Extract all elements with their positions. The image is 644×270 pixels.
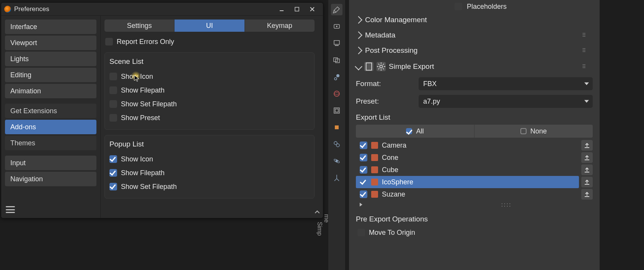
popup-show-filepath-row: Show Filepath — [109, 166, 310, 180]
prop-tab-object[interactable] — [331, 122, 342, 133]
format-row: Format: FBX — [356, 75, 593, 93]
export-item-name: IcoSphere — [382, 178, 579, 186]
prop-tab-render[interactable] — [331, 21, 342, 32]
scene-list-panel: Scene List Show Icon Show Filepath Show … — [104, 52, 315, 130]
export-item-upload-button[interactable] — [581, 164, 593, 175]
chevron-right-icon — [355, 31, 362, 39]
move-to-origin-checkbox[interactable] — [357, 229, 365, 236]
hamburger-menu-button[interactable] — [5, 205, 16, 214]
popup-list-title: Popup List — [109, 140, 310, 148]
chevron-right-icon — [355, 16, 362, 24]
prop-tab-collection[interactable] — [331, 105, 342, 116]
export-item-checkbox[interactable] — [360, 190, 367, 198]
sidebar-item-animation[interactable]: Animation — [5, 84, 96, 98]
minimize-button[interactable] — [274, 4, 289, 14]
placeholders-checkbox[interactable] — [455, 3, 462, 10]
addon-subtabs: Settings UI Keymap — [104, 20, 315, 32]
tab-settings[interactable]: Settings — [104, 20, 174, 32]
export-item-name: Camera — [382, 142, 579, 150]
sidebar-item-input[interactable]: Input — [5, 156, 96, 170]
export-item-upload-button[interactable] — [581, 152, 593, 163]
checked-icon — [406, 128, 412, 134]
export-list: Camera Cone Cube IcoSphere — [356, 139, 593, 209]
sidebar-item-viewport[interactable]: Viewport — [5, 36, 96, 50]
export-item-checkbox[interactable] — [360, 142, 367, 149]
export-item-upload-button[interactable] — [581, 189, 593, 200]
sidebar-item-editing[interactable]: Editing — [5, 68, 96, 82]
scene-show-icon-checkbox[interactable] — [109, 73, 117, 80]
scene-show-preset-row: Show Preset — [109, 111, 310, 125]
grip-icon[interactable]: ⠿ — [582, 63, 593, 70]
maximize-button[interactable] — [289, 4, 305, 14]
svg-point-17 — [336, 144, 339, 147]
unchecked-icon — [520, 128, 527, 134]
prop-tab-tool[interactable] — [331, 4, 342, 15]
prop-tab-output[interactable] — [331, 37, 342, 49]
grip-icon[interactable]: ⠿ — [582, 32, 593, 38]
expand-icon[interactable] — [360, 203, 362, 207]
blender-icon — [4, 6, 11, 13]
sidebar-item-navigation[interactable]: Navigation — [5, 172, 96, 186]
resize-grip-icon[interactable]: :::: — [501, 202, 512, 208]
export-item-name: Suzane — [382, 190, 579, 198]
sidebar-item-interface[interactable]: Interface — [5, 20, 96, 34]
scene-show-icon-row: Show Icon — [109, 70, 310, 83]
prop-tab-world[interactable] — [331, 88, 342, 99]
scene-list-title: Scene List — [109, 57, 310, 66]
close-button[interactable] — [305, 4, 320, 14]
export-item-checkbox[interactable] — [360, 166, 367, 174]
metadata-header[interactable]: Metadata ⠿ — [356, 28, 593, 43]
grip-icon[interactable]: ⠿ — [582, 47, 593, 54]
vertical-panel-labels: me Simp — [316, 214, 330, 268]
collection-icon — [371, 166, 378, 173]
prop-tab-data[interactable] — [331, 172, 342, 184]
scene-show-filepath-checkbox[interactable] — [109, 86, 117, 94]
export-item-camera[interactable]: Camera — [356, 139, 579, 151]
svg-rect-14 — [335, 109, 338, 112]
popup-show-filepath-label: Show Filepath — [121, 169, 165, 177]
color-management-header[interactable]: Color Management — [356, 12, 593, 28]
popup-show-set-filepath-checkbox[interactable] — [109, 183, 117, 190]
prop-tab-scene[interactable] — [331, 71, 342, 83]
prop-tab-viewlayer[interactable] — [331, 54, 342, 66]
export-item-checkbox[interactable] — [360, 178, 367, 186]
export-item-suzane[interactable]: Suzane — [356, 188, 579, 200]
svg-point-21 — [380, 65, 382, 68]
preset-value: a7.py — [423, 98, 440, 106]
scene-show-filepath-row: Show Filepath — [109, 83, 310, 97]
popup-list-panel: Popup List Show Icon Show Filepath Show … — [104, 135, 315, 198]
export-item-upload-button[interactable] — [581, 177, 593, 187]
export-item-icosphere[interactable]: IcoSphere — [356, 176, 579, 188]
simple-export-header[interactable]: Simple Export ⠿ — [356, 58, 593, 75]
svg-point-11 — [334, 78, 337, 80]
svg-rect-1 — [295, 7, 299, 11]
export-item-cube[interactable]: Cube — [356, 164, 579, 176]
format-label: Format: — [356, 80, 413, 88]
sidebar-item-themes[interactable]: Themes — [5, 136, 96, 150]
sidebar-item-addons[interactable]: Add-ons — [5, 120, 96, 134]
post-processing-header[interactable]: Post Processing ⠿ — [356, 43, 593, 58]
preset-dropdown[interactable]: a7.py — [419, 95, 593, 108]
sidebar-item-get-extensions[interactable]: Get Extensions — [5, 104, 96, 118]
popup-show-set-filepath-label: Show Set Filepath — [121, 183, 177, 191]
window-title: Preferences — [14, 5, 274, 13]
properties-tab-strip — [328, 0, 345, 270]
export-item-upload-button[interactable] — [581, 140, 593, 151]
select-all-button[interactable]: All — [356, 125, 474, 138]
scene-show-preset-checkbox[interactable] — [109, 114, 117, 122]
format-dropdown[interactable]: FBX — [419, 77, 593, 90]
report-errors-checkbox[interactable] — [105, 38, 113, 46]
sidebar-item-lights[interactable]: Lights — [5, 52, 96, 66]
export-item-checkbox[interactable] — [360, 154, 367, 161]
select-none-button[interactable]: None — [474, 125, 593, 138]
scene-show-set-filepath-checkbox[interactable] — [109, 100, 117, 108]
preferences-sidebar: Interface Viewport Lights Editing Animat… — [1, 16, 101, 218]
popup-show-icon-checkbox[interactable] — [109, 155, 117, 163]
move-to-origin-label: Move To Origin — [369, 229, 415, 237]
prop-tab-constraints[interactable] — [331, 138, 342, 150]
tab-ui[interactable]: UI — [174, 20, 244, 32]
tab-keymap[interactable]: Keymap — [245, 20, 315, 32]
prop-tab-physics[interactable] — [331, 155, 342, 167]
export-item-cone[interactable]: Cone — [356, 151, 579, 164]
popup-show-filepath-checkbox[interactable] — [109, 169, 117, 177]
